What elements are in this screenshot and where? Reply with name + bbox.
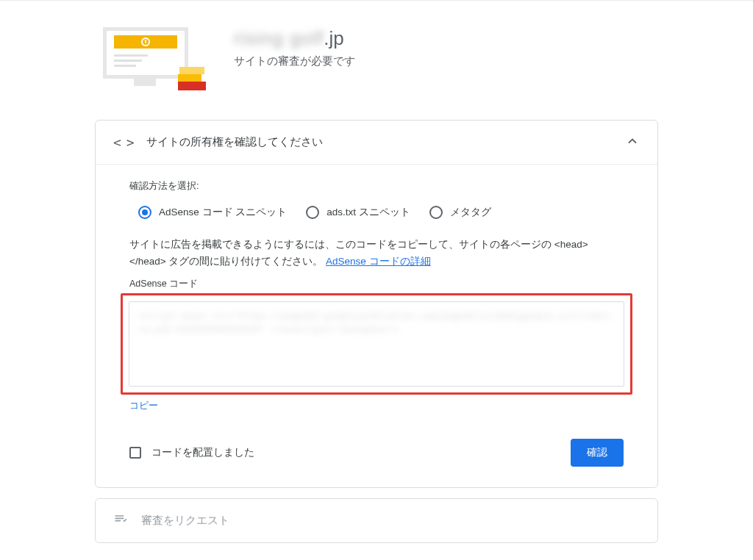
radio-icon [306,206,319,219]
card-bottom-row: コードを配置しました 確認 [129,439,624,467]
method-select-label: 確認方法を選択: [129,179,624,193]
radio-icon [429,206,443,219]
radio-label: ads.txt スニペット [326,206,410,219]
ownership-card-body: 確認方法を選択: AdSense コード スニペット ads.txt スニペット… [96,164,657,487]
request-review-row[interactable]: 審査をリクエスト [96,499,657,542]
ownership-verification-card: < > サイトの所有権を確認してください 確認方法を選択: AdSense コー… [95,120,658,488]
adsense-code-textarea[interactable]: <script async src="https://pagead2.googl… [129,301,624,387]
code-highlight-box: <script async src="https://pagead2.googl… [121,293,632,395]
checkbox-icon [129,447,141,459]
adsense-code-content: <script async src="https://pagead2.googl… [138,309,615,336]
instruction-text: サイトに広告を掲載できるようにするには、このコードをコピーして、サイトの各ページ… [129,237,624,270]
document-check-icon [113,512,128,529]
site-subtitle: サイトの審査が必要です [234,54,355,68]
site-domain-title: rising golf.jp [234,27,355,50]
checkbox-label: コードを配置しました [151,446,254,459]
copy-button[interactable]: コピー [129,399,158,412]
ownership-card-title: サイトの所有権を確認してください [146,135,612,149]
code-field-label: AdSense コード [129,278,624,290]
request-review-card: 審査をリクエスト [95,498,658,543]
radio-icon [138,206,151,219]
chevron-up-icon [625,134,640,151]
page-header: rising golf.jp サイトの審査が必要です [0,1,753,105]
ownership-card-header[interactable]: < > サイトの所有権を確認してください [96,121,657,164]
radio-meta-tag[interactable]: メタタグ [429,206,491,219]
code-placed-checkbox-wrap[interactable]: コードを配置しました [129,446,254,459]
method-radio-group: AdSense コード スニペット ads.txt スニペット メタタグ [138,206,624,219]
header-title-block: rising golf.jp サイトの審査が必要です [234,27,355,68]
code-icon: < > [113,134,133,150]
radio-label: メタタグ [450,206,491,219]
radio-adsense-snippet[interactable]: AdSense コード スニペット [138,206,287,219]
radio-ads-txt-snippet[interactable]: ads.txt スニペット [306,206,410,219]
radio-label: AdSense コード スニペット [159,206,287,219]
confirm-button[interactable]: 確認 [571,439,624,467]
adsense-code-details-link[interactable]: AdSense コードの詳細 [326,256,431,267]
header-illustration [96,27,206,90]
request-review-title: 審査をリクエスト [141,514,229,528]
